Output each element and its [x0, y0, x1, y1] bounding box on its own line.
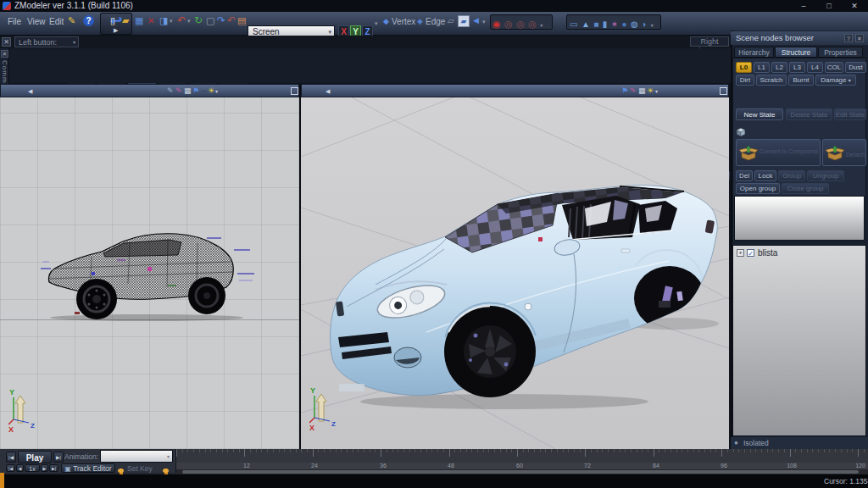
new-state-button[interactable]: New State: [736, 108, 783, 120]
jump-start-button[interactable]: |◀: [6, 464, 15, 472]
vp-pencil-icon[interactable]: ✎: [167, 87, 174, 95]
lod-dust-button[interactable]: Dust: [845, 62, 866, 73]
pencil-icon[interactable]: ✎: [68, 16, 75, 25]
vp-grid-icon[interactable]: ▦: [184, 87, 192, 95]
scene-help-icon[interactable]: ?: [844, 34, 853, 42]
vp-pencil2-icon[interactable]: ✎: [175, 87, 182, 95]
prim-teapot-icon[interactable]: ◗: [642, 20, 647, 29]
lod-l1-button[interactable]: L1: [754, 62, 770, 73]
open-group-button[interactable]: Open group: [736, 183, 780, 194]
lod-l4-button[interactable]: L4: [807, 62, 823, 73]
timeline-ruler[interactable]: [176, 449, 868, 463]
lod-l2-button[interactable]: L2: [771, 62, 787, 73]
state-dirt-button[interactable]: Dirt: [736, 75, 754, 86]
select-dropdown-icon[interactable]: ▾: [482, 19, 486, 25]
vp-light-icon[interactable]: ☀: [647, 87, 654, 95]
persp-viewport-canvas[interactable]: [301, 97, 729, 449]
vp-light-icon[interactable]: ☀: [208, 87, 214, 95]
refresh-icon[interactable]: ↻: [194, 15, 203, 25]
close-button[interactable]: ✕: [843, 0, 866, 12]
close-group-button[interactable]: Close group: [782, 183, 829, 194]
edge-toggle[interactable]: Edge: [426, 17, 445, 26]
convert-compound-button[interactable]: Convert to Compound: [736, 139, 821, 166]
help-icon[interactable]: ?: [83, 15, 94, 26]
magnet-icon-4[interactable]: ◎: [528, 19, 537, 29]
minimize-button[interactable]: –: [792, 0, 815, 12]
group-button[interactable]: Group: [778, 170, 805, 181]
persp-maximize-icon[interactable]: [720, 87, 727, 95]
menu-file[interactable]: File: [8, 17, 21, 26]
maximize-button[interactable]: □: [817, 0, 841, 12]
ungroup-button[interactable]: Ungroup: [807, 170, 844, 181]
step-fwd-button[interactable]: ▶: [41, 464, 48, 472]
left-button-dropdown[interactable]: Left button: ▾: [14, 36, 79, 47]
delete-icon[interactable]: ✕: [147, 17, 154, 25]
vp-pencil-icon[interactable]: ✎: [630, 87, 637, 95]
axis-dropdown-icon[interactable]: ▾: [375, 20, 378, 26]
left-viewport-canvas[interactable]: [0, 97, 299, 449]
skip-end-button[interactable]: ▶|: [53, 452, 64, 463]
node-checkbox[interactable]: ✓: [747, 249, 754, 257]
undo-icon[interactable]: ↶: [177, 15, 186, 25]
left-maximize-icon[interactable]: [291, 87, 298, 95]
poly-selected-icon[interactable]: ▰: [458, 15, 470, 27]
magnet-on-icon[interactable]: ◉: [492, 19, 501, 29]
new-file-icon[interactable]: ▯: [110, 16, 115, 25]
prim-plane-icon[interactable]: ▭: [570, 20, 577, 29]
prim-cube-icon[interactable]: ■: [593, 20, 598, 29]
undo-dropdown-icon[interactable]: ▾: [187, 18, 191, 24]
vp-flag-icon[interactable]: ⚑: [192, 87, 199, 95]
speed-button[interactable]: 1x: [25, 464, 40, 472]
import-icon[interactable]: ◨: [159, 16, 168, 25]
scene-tree[interactable]: + ✓ blista: [732, 245, 866, 436]
state-scratch-button[interactable]: Scratch: [756, 75, 787, 86]
timeline-scroll-thumb[interactable]: [182, 470, 859, 474]
layers-icon[interactable]: ▤: [237, 16, 246, 25]
state-damage-button[interactable]: Damage ▾: [815, 75, 856, 86]
prim-star-icon[interactable]: ✶: [611, 20, 618, 29]
detach-button[interactable]: Detach: [822, 139, 866, 166]
panel-close-icon[interactable]: ✕: [2, 37, 11, 47]
menu-view[interactable]: View: [27, 17, 46, 26]
vp-grid-icon[interactable]: ▦: [638, 87, 646, 95]
menu-edit[interactable]: Edit: [49, 17, 64, 26]
lod-l3-button[interactable]: L3: [789, 62, 805, 73]
prim-torus-icon[interactable]: ◍: [631, 20, 638, 29]
prim-cylinder-icon[interactable]: ▮: [603, 20, 608, 29]
prim-dropdown-icon[interactable]: ▾: [651, 23, 654, 28]
track-editor-button[interactable]: ▣ Track Editor: [61, 463, 115, 473]
scene-tab-hierarchy[interactable]: Hierarchy: [734, 47, 774, 58]
jump-end-button[interactable]: ▶|: [49, 464, 58, 472]
save-icon[interactable]: ▦: [135, 16, 143, 25]
lock-button[interactable]: Lock: [754, 170, 776, 181]
scene-close-icon[interactable]: ✕: [855, 34, 864, 42]
scene-tab-properties[interactable]: Properties: [818, 47, 863, 58]
expand-icon[interactable]: +: [737, 249, 744, 257]
back-arrow-icon[interactable]: ◀: [473, 17, 479, 25]
undo-red-icon[interactable]: ↶: [227, 15, 236, 25]
magnet-icon-3[interactable]: ◎: [516, 19, 525, 29]
vp-dash-icon[interactable]: ─: [201, 87, 206, 95]
scene-tab-structure[interactable]: Structure: [775, 47, 817, 58]
magnet-dropdown-icon[interactable]: ▾: [540, 23, 542, 28]
skip-start-button[interactable]: |◀: [6, 452, 16, 463]
strip-close-icon[interactable]: ✕: [1, 50, 8, 58]
lod-l0-button[interactable]: L0: [736, 62, 752, 73]
play-button[interactable]: Play: [18, 451, 52, 463]
del-button[interactable]: Del: [736, 170, 753, 181]
vp-dropdown-icon[interactable]: ▾: [655, 89, 658, 94]
set-key-button[interactable]: Set Key: [127, 464, 153, 473]
vp-dropdown-icon[interactable]: ▾: [215, 89, 218, 94]
lod-col-button[interactable]: COL: [825, 62, 843, 73]
state-burnt-button[interactable]: Burnt: [788, 75, 814, 86]
open-folder-icon[interactable]: ▰: [122, 16, 129, 25]
redo-blue-icon[interactable]: ↷: [217, 15, 225, 25]
import-dropdown-icon[interactable]: ▾: [170, 18, 173, 24]
magnet-icon-2[interactable]: ◎: [504, 19, 513, 29]
step-back-button[interactable]: ◀: [16, 464, 24, 472]
prim-cone-icon[interactable]: ▲: [581, 20, 590, 29]
animation-dropdown[interactable]: ▾: [100, 450, 173, 463]
right-button-dropdown[interactable]: Right button: [690, 36, 729, 47]
edit-state-button[interactable]: Edit State: [834, 108, 866, 120]
viewport-back-icon[interactable]: ◀: [326, 88, 330, 94]
